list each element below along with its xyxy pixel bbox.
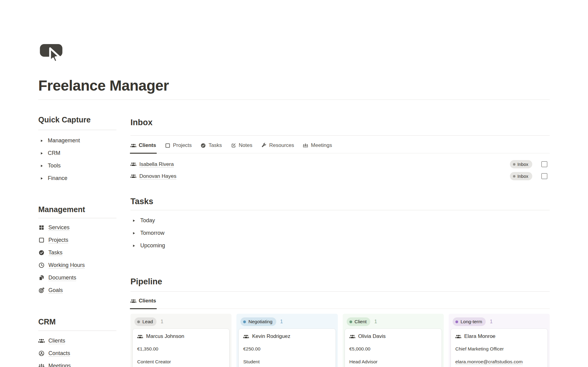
status-dot-icon (455, 320, 458, 323)
sidebar-item-meetings[interactable]: Meetings (38, 360, 116, 367)
card-client-name: Elara Monroe (464, 333, 496, 340)
toggle-label: Management (48, 137, 80, 144)
toggle-label: Tomorrow (140, 230, 164, 236)
inbox-heading: Inbox (130, 117, 550, 128)
triangle-toggle-icon[interactable] (130, 244, 137, 248)
status-label: Client (355, 319, 367, 324)
sidebar-item-label: Goals (48, 287, 63, 294)
status-badge: Inbox (510, 160, 532, 168)
toggle-label: Upcoming (140, 242, 165, 249)
people-icon (349, 334, 355, 339)
management-heading: Management (38, 204, 116, 215)
grid-icon (38, 224, 45, 231)
clock-icon (38, 262, 45, 268)
card-value: €5,000.00 (349, 346, 437, 352)
sidebar-item-label: Services (48, 224, 70, 231)
tab-projects[interactable]: Projects (165, 142, 192, 153)
triangle-toggle-icon[interactable] (38, 139, 45, 143)
sidebar-item-label: Contacts (48, 350, 70, 357)
sidebar-item-label: Meetings (48, 363, 71, 367)
toggle-tomorrow[interactable]: Tomorrow (130, 227, 550, 239)
people-icon (243, 334, 249, 339)
divider (38, 130, 116, 130)
tasks-heading: Tasks (130, 196, 550, 207)
card-role: Chief Marketing Officer (455, 346, 543, 352)
square-icon (38, 237, 45, 243)
sidebar-item-services[interactable]: Services (38, 221, 116, 234)
tab-tasks[interactable]: Tasks (200, 142, 222, 153)
triangle-toggle-icon[interactable] (38, 152, 45, 155)
badge-dot-icon (513, 175, 515, 178)
card-role: Student (243, 359, 331, 365)
client-name-link[interactable]: Isabella Rivera (139, 161, 174, 167)
toggle-upcoming[interactable]: Upcoming (130, 239, 550, 252)
quick-capture-list: Management CRM Tools Finance (38, 134, 116, 185)
people-icon (130, 173, 136, 179)
toggle-tools[interactable]: Tools (38, 159, 116, 172)
toggle-label: Tools (48, 163, 61, 169)
sidebar-item-working-hours[interactable]: Working Hours (38, 259, 116, 272)
pipeline-card[interactable]: Kevin Rodriguez €250.00 Student (239, 329, 335, 367)
client-name-link[interactable]: Donovan Hayes (139, 173, 176, 179)
kanban-column-lead: Lead 1 Marcus Johnson €1,350.00 Content … (130, 314, 232, 367)
pipeline-heading: Pipeline (130, 276, 550, 287)
tab-clients[interactable]: Clients (130, 142, 156, 153)
people-icon (130, 143, 136, 148)
pipeline-card[interactable]: Marcus Johnson €1,350.00 Content Creator (133, 329, 229, 367)
status-badge: Inbox (510, 172, 532, 180)
people-icon (38, 338, 45, 344)
tab-meetings[interactable]: Meetings (303, 142, 332, 153)
pipeline-tabbar: Clients (130, 292, 550, 309)
tab-notes[interactable]: Notes (231, 142, 252, 153)
triangle-toggle-icon[interactable] (130, 219, 137, 223)
badge-label: Inbox (518, 162, 528, 167)
sidebar-item-goals[interactable]: Goals (38, 284, 116, 297)
cursor-click-icon[interactable] (38, 42, 64, 66)
column-header: Negotiating 1 (239, 316, 335, 329)
column-count: 1 (280, 319, 283, 324)
divider (130, 210, 550, 210)
toggle-finance[interactable]: Finance (38, 172, 116, 185)
card-title-row: Olivia Davis (349, 333, 437, 340)
card-email-link[interactable]: elara.monroe@craftstudios.com (455, 359, 543, 365)
sidebar-item-tasks[interactable]: Tasks (38, 246, 116, 259)
sidebar-item-contacts[interactable]: Contacts (38, 347, 116, 360)
status-dot-icon (137, 320, 140, 323)
sidebar: Quick Capture Management CRM Tools Fina (38, 100, 116, 367)
tab-resources[interactable]: Resources (261, 142, 294, 153)
page-title: Freelance Manager (38, 77, 550, 94)
sidebar-item-documents[interactable]: Documents (38, 272, 116, 284)
card-role: Head Advisor (349, 359, 437, 365)
card-client-name: Olivia Davis (358, 333, 386, 340)
sidebar-item-projects[interactable]: Projects (38, 234, 116, 246)
pipeline-card[interactable]: Elara Monroe Chief Marketing Officer ela… (451, 329, 548, 367)
triangle-toggle-icon[interactable] (130, 231, 137, 235)
column-header: Client 1 (345, 316, 442, 329)
card-value: €250.00 (243, 346, 331, 352)
sidebar-item-clients[interactable]: Clients (38, 335, 116, 347)
person-circle-icon (38, 350, 45, 357)
crm-heading: CRM (38, 316, 116, 327)
main-content: Inbox Clients Projects Tasks Notes (130, 100, 550, 367)
meeting-icon (38, 363, 45, 367)
row-checkbox[interactable] (541, 161, 547, 167)
task-groups: Today Tomorrow Upcoming (130, 214, 550, 252)
row-checkbox[interactable] (541, 173, 547, 179)
card-client-name: Marcus Johnson (146, 333, 184, 340)
pipeline-card[interactable]: Olivia Davis €5,000.00 Head Advisor (345, 329, 442, 367)
status-label: Negotiating (248, 319, 272, 324)
tab-label: Tasks (209, 142, 222, 149)
pipeline-board: Lead 1 Marcus Johnson €1,350.00 Content … (130, 314, 550, 367)
documents-icon (38, 275, 45, 281)
triangle-toggle-icon[interactable] (38, 177, 45, 180)
toggle-management[interactable]: Management (38, 134, 116, 147)
status-pill: Client (347, 317, 371, 326)
tab-label: Clients (139, 142, 156, 149)
tab-pipeline-clients[interactable]: Clients (130, 297, 156, 309)
toggle-today[interactable]: Today (130, 214, 550, 227)
card-title-row: Elara Monroe (455, 333, 543, 340)
edit-icon (231, 143, 236, 148)
triangle-toggle-icon[interactable] (38, 164, 45, 168)
card-value: €1,350.00 (137, 346, 225, 352)
toggle-crm[interactable]: CRM (38, 147, 116, 159)
